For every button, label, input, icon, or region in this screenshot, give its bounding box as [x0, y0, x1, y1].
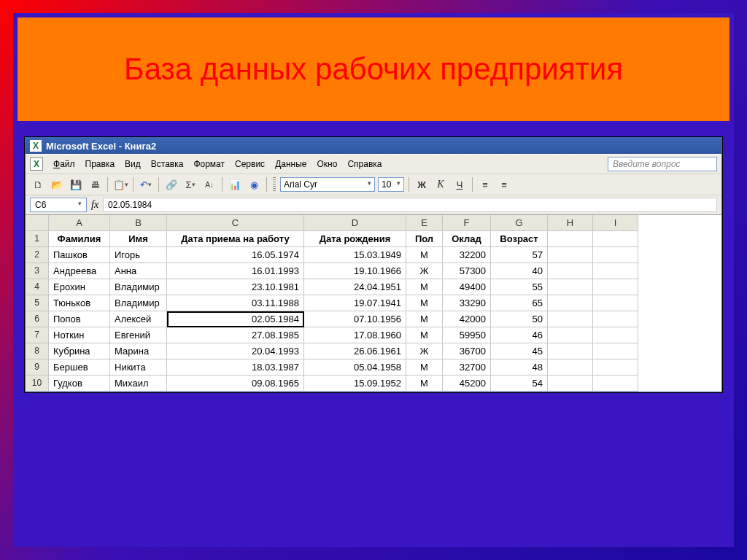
help-icon[interactable]: ◉ — [246, 176, 262, 192]
underline-button[interactable]: Ч — [452, 176, 468, 192]
menu-format[interactable]: Формат — [193, 159, 225, 169]
cell-lastname[interactable]: Ноткин — [49, 327, 110, 343]
cell-empty[interactable] — [593, 311, 638, 327]
cell-lastname[interactable]: Пашков — [49, 247, 110, 263]
header-cell[interactable]: Дата рождения — [304, 231, 406, 247]
row-header-4[interactable]: 4 — [26, 279, 49, 295]
row-header-1[interactable]: 1 — [26, 231, 49, 247]
chart-icon[interactable]: 📊 — [227, 176, 243, 192]
row-header-5[interactable]: 5 — [26, 295, 49, 311]
cell-salary[interactable]: 32200 — [443, 247, 491, 263]
name-box[interactable]: C6 — [30, 198, 87, 212]
column-header-I[interactable]: I — [593, 215, 638, 231]
header-cell[interactable]: Пол — [406, 231, 443, 247]
cell-hire-date[interactable]: 18.03.1987 — [167, 359, 304, 376]
sort-asc-icon[interactable]: А↓ — [201, 176, 217, 192]
column-header-H[interactable]: H — [548, 215, 593, 231]
cell-salary[interactable]: 59950 — [443, 327, 491, 343]
cell-empty[interactable] — [548, 263, 593, 279]
cell-empty[interactable] — [593, 263, 638, 279]
cell-birth-date[interactable]: 05.04.1958 — [304, 359, 406, 376]
header-cell[interactable]: Возраст — [491, 231, 548, 247]
hyperlink-icon[interactable]: 🔗 — [163, 176, 179, 192]
menu-help[interactable]: Справка — [347, 159, 382, 169]
row-header-9[interactable]: 9 — [26, 359, 49, 376]
title-bar[interactable]: X Microsoft Excel - Книга2 — [26, 138, 721, 154]
cell-salary[interactable]: 49400 — [443, 279, 491, 295]
cell-gender[interactable]: М — [406, 311, 443, 327]
cell-empty[interactable] — [593, 231, 638, 247]
font-name-select[interactable]: Arial Cyr — [280, 177, 375, 192]
cell-empty[interactable] — [548, 247, 593, 263]
copy-icon[interactable]: 📋 — [112, 176, 128, 192]
cell-empty[interactable] — [548, 376, 593, 392]
cell-birth-date[interactable]: 17.08.1960 — [304, 327, 406, 343]
align-center-icon[interactable]: ≡ — [496, 176, 512, 192]
cell-firstname[interactable]: Марина — [110, 343, 167, 359]
bold-button[interactable]: Ж — [414, 176, 430, 192]
font-size-select[interactable]: 10 — [378, 177, 404, 192]
header-cell[interactable]: Оклад — [443, 231, 491, 247]
cell-gender[interactable]: Ж — [406, 263, 443, 279]
row-header-2[interactable]: 2 — [26, 247, 49, 263]
undo-icon[interactable]: ↶ — [138, 176, 154, 192]
menu-service[interactable]: Сервис — [235, 159, 265, 169]
cell-firstname[interactable]: Евгений — [110, 327, 167, 343]
cell-age[interactable]: 45 — [491, 343, 548, 359]
fx-icon[interactable]: fx — [91, 199, 98, 211]
cell-lastname[interactable]: Тюньков — [49, 295, 110, 311]
cell-empty[interactable] — [593, 247, 638, 263]
cell-gender[interactable]: Ж — [406, 343, 443, 359]
cell-hire-date[interactable]: 03.11.1988 — [167, 295, 304, 311]
align-left-icon[interactable]: ≡ — [477, 176, 493, 192]
cell-age[interactable]: 57 — [491, 247, 548, 263]
cell-salary[interactable]: 33290 — [443, 295, 491, 311]
ask-question-input[interactable]: Введите вопрос — [608, 157, 717, 171]
menu-view[interactable]: Вид — [125, 159, 141, 169]
cell-firstname[interactable]: Анна — [110, 263, 167, 279]
cell-empty[interactable] — [593, 376, 638, 392]
column-header-E[interactable]: E — [406, 215, 443, 231]
cell-age[interactable]: 55 — [491, 279, 548, 295]
column-header-D[interactable]: D — [304, 215, 406, 231]
cell-empty[interactable] — [548, 327, 593, 343]
cell-lastname[interactable]: Попов — [49, 311, 110, 327]
menu-edit[interactable]: Правка — [85, 159, 115, 169]
new-icon[interactable]: 🗋 — [30, 176, 46, 192]
cell-lastname[interactable]: Гудков — [49, 376, 110, 392]
cell-salary[interactable]: 45200 — [443, 376, 491, 392]
cell-age[interactable]: 48 — [491, 359, 548, 376]
cell-gender[interactable]: М — [406, 279, 443, 295]
cell-birth-date[interactable]: 19.10.1966 — [304, 263, 406, 279]
cell-firstname[interactable]: Владимир — [110, 295, 167, 311]
document-app-icon[interactable]: X — [30, 158, 43, 171]
cell-firstname[interactable]: Михаил — [110, 376, 167, 392]
cell-gender[interactable]: М — [406, 295, 443, 311]
cell-firstname[interactable]: Игорь — [110, 247, 167, 263]
menu-insert[interactable]: Вставка — [151, 159, 184, 169]
cell-age[interactable]: 65 — [491, 295, 548, 311]
cell-gender[interactable]: М — [406, 359, 443, 376]
cell-gender[interactable]: М — [406, 327, 443, 343]
print-icon[interactable]: 🖶 — [87, 176, 103, 192]
cell-birth-date[interactable]: 15.09.1952 — [304, 376, 406, 392]
cell-hire-date[interactable]: 20.04.1993 — [167, 343, 304, 359]
cell-hire-date[interactable]: 27.08.1985 — [167, 327, 304, 343]
menu-window[interactable]: Окно — [317, 159, 337, 169]
cell-empty[interactable] — [593, 279, 638, 295]
cell-empty[interactable] — [548, 359, 593, 376]
cell-birth-date[interactable]: 07.10.1956 — [304, 311, 406, 327]
cell-salary[interactable]: 36700 — [443, 343, 491, 359]
cell-age[interactable]: 46 — [491, 327, 548, 343]
cell-empty[interactable] — [548, 343, 593, 359]
cell-empty[interactable] — [593, 295, 638, 311]
column-header-B[interactable]: B — [110, 215, 167, 231]
cell-hire-date[interactable]: 16.05.1974 — [167, 247, 304, 263]
cell-lastname[interactable]: Андреева — [49, 263, 110, 279]
cell-lastname[interactable]: Кубрина — [49, 343, 110, 359]
save-icon[interactable]: 💾 — [68, 176, 84, 192]
cell-empty[interactable] — [548, 295, 593, 311]
cell-salary[interactable]: 32700 — [443, 359, 491, 376]
cell-hire-date[interactable]: 23.10.1981 — [167, 279, 304, 295]
open-icon[interactable]: 📂 — [49, 176, 65, 192]
